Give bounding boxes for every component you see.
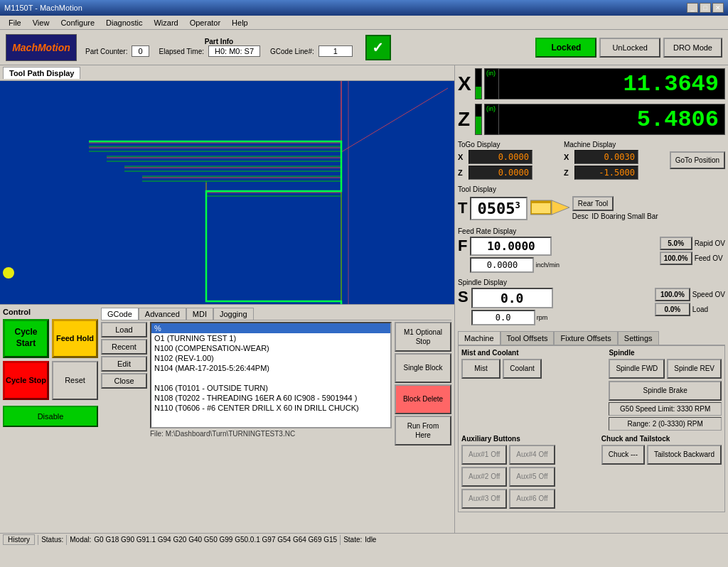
spindle-brake-button[interactable]: Spindle Brake [609, 381, 722, 401]
cycle-stop-button[interactable]: Cycle Stop [3, 361, 49, 400]
logo: MachMotion [6, 34, 77, 61]
aux5-button[interactable]: Aux#5 Off [509, 467, 555, 487]
tab-tool-path[interactable]: Tool Path Display [3, 67, 80, 79]
run-from-here-button[interactable]: Run From Here [395, 416, 451, 446]
list-item[interactable]: N106 (T0101 - OUTSIDE TURN) [151, 383, 390, 393]
list-item[interactable]: N102 (REV-1.00) [151, 353, 390, 363]
chuck-tailstock-group: Chuck and Tailstock Chuck --- Tailstock … [601, 435, 722, 509]
reset-button[interactable]: Reset [52, 361, 98, 400]
rear-tool-button[interactable]: Rear Tool [572, 196, 614, 211]
gcode-listbox[interactable]: % O1 (TURNING TEST 1) N100 (COMPENSATION… [150, 322, 392, 428]
tool-display-section: Tool Display T 05053 Rear Tool [458, 185, 725, 222]
spindle-s-label: S [458, 288, 469, 306]
list-item[interactable] [151, 373, 390, 383]
machine-display-title: Machine Display [564, 141, 665, 148]
mist-coolant-group: Mist and Coolant Mist Coolant [461, 349, 542, 432]
mist-coolant-buttons: Mist Coolant [461, 359, 542, 379]
chuck-button[interactable]: Chuck --- [601, 445, 645, 465]
coolant-button[interactable]: Coolant [503, 359, 542, 379]
block-delete-button[interactable]: Block Delete [395, 384, 451, 414]
spindle-display-section: Spindle Display S 0.0 0.0 rpm 100.0% Spe… [458, 279, 725, 325]
mist-button[interactable]: Mist [461, 359, 500, 379]
feed-hold-button[interactable]: Feed Hold [52, 319, 98, 358]
g50-speed-limit: G50 Speed Limit: 3330 RPM [609, 402, 722, 416]
tab-gcode[interactable]: GCode [101, 308, 139, 320]
tool-value: 05053 [470, 197, 527, 220]
gcode-list-container: % O1 (TURNING TEST 1) N100 (COMPENSATION… [150, 322, 392, 446]
spindle-sub-row: 0.0 rpm [471, 310, 553, 325]
btabs-header: Machine Tool Offsets Fixture Offsets Set… [458, 331, 725, 345]
feed-rate-section: Feed Rate Display F 10.0000 0.0000 inch/… [458, 227, 725, 273]
spindle-rev-button[interactable]: Spindle REV [667, 359, 722, 379]
tab-tool-offsets[interactable]: Tool Offsets [500, 331, 555, 345]
tab-fixture-offsets[interactable]: Fixture Offsets [554, 331, 617, 345]
tab-jogging[interactable]: Jogging [213, 308, 254, 320]
load-button[interactable]: 0.0% [655, 303, 690, 316]
tab-settings[interactable]: Settings [618, 331, 659, 345]
status-label: Status: [41, 536, 63, 544]
menu-configure[interactable]: Configure [55, 17, 100, 28]
state-value: Idle [365, 536, 376, 544]
m1-optional-stop-button[interactable]: M1 Optional Stop [395, 322, 451, 352]
control-column: Control Cycle Start Feed Hold Cycle Stop… [3, 308, 98, 432]
menu-diagnostic[interactable]: Diagnostic [100, 17, 148, 28]
speed-ov-button[interactable]: 100.0% [655, 288, 690, 301]
z-unit: (in) [484, 104, 498, 135]
close-button[interactable]: ✕ [712, 3, 724, 13]
list-item[interactable]: N108 (T0202 - THREADING 16ER A 60 IC908 … [151, 393, 390, 403]
tab-mdi[interactable]: MDI [186, 308, 213, 320]
close-button[interactable]: Close [101, 373, 147, 389]
x-unit: (in) [484, 68, 498, 99]
list-item[interactable]: N110 (T0606 - #6 CENTER DRILL X 60 IN DR… [151, 403, 390, 413]
dro-mode-button[interactable]: DRO Mode [663, 38, 722, 58]
list-item[interactable]: N104 (MAR-17-2015-5:26:44PM) [151, 363, 390, 373]
machine-z-label: Z [564, 168, 572, 177]
menu-file[interactable]: File [3, 17, 27, 28]
gcode-right-buttons: M1 Optional Stop Single Block Block Dele… [395, 322, 451, 446]
right-panel: X (in) 11.3649 Z (in) 5.4806 ToGo Displa… [455, 65, 728, 533]
x-dro-value: 11.3649 [498, 68, 725, 99]
spindle-main-row: S 0.0 0.0 rpm 100.0% Speed OV 0.0% L [458, 288, 725, 325]
menu-wizard[interactable]: Wizard [148, 17, 183, 28]
aux6-button[interactable]: Aux#6 Off [509, 489, 555, 509]
status-bar: History Status: Modal: G0 G18 G90 G91.1 … [0, 533, 728, 546]
menu-operator[interactable]: Operator [184, 17, 226, 28]
cycle-start-button[interactable]: Cycle Start [3, 319, 49, 358]
tab-advanced[interactable]: Advanced [139, 308, 186, 320]
menu-help[interactable]: Help [226, 17, 254, 28]
list-item[interactable]: N100 (COMPENSATION-WEAR) [151, 343, 390, 353]
single-block-button[interactable]: Single Block [395, 353, 451, 383]
feed-unit: inch/min [535, 261, 560, 269]
list-item[interactable]: O1 (TURNING TEST 1) [151, 333, 390, 343]
tab-machine[interactable]: Machine [458, 331, 500, 345]
tab-header: Tool Path Display [0, 65, 454, 81]
rapid-ov-row: 5.0% Rapid OV [660, 237, 725, 250]
tool-desc-group: Rear Tool Desc ID Boaring Small Bar [572, 196, 725, 220]
disable-button[interactable]: Disable [3, 406, 98, 427]
aux2-button[interactable]: Aux#2 Off [461, 467, 507, 487]
aux3-button[interactable]: Aux#3 Off [461, 489, 507, 509]
secondary-ctrl-row: Cycle Stop Reset [3, 361, 98, 400]
locked-button[interactable]: Locked [535, 38, 596, 58]
spindle-unit: rpm [537, 314, 548, 321]
tailstock-button[interactable]: Tailstock Backward [647, 445, 722, 465]
list-item[interactable]: % [151, 323, 390, 333]
elapsed-value: H0: M0: S7 [208, 45, 260, 57]
minimize-button[interactable]: _ [687, 3, 698, 13]
load-button[interactable]: Load [101, 322, 147, 338]
status-sep-3 [340, 535, 341, 545]
menu-view[interactable]: View [27, 17, 55, 28]
spindle-fwd-button[interactable]: Spindle FWD [609, 359, 665, 379]
feed-ov-button[interactable]: 100.0% [660, 252, 692, 265]
edit-button[interactable]: Edit [101, 356, 147, 372]
confirm-button[interactable]: ✓ [365, 35, 391, 60]
rapid-ov-button[interactable]: 5.0% [660, 237, 692, 250]
unlocked-button[interactable]: UnLocked [599, 38, 660, 58]
maximize-button[interactable]: □ [700, 3, 711, 13]
goto-position-button[interactable]: GoTo Position [670, 151, 725, 169]
aux1-button[interactable]: Aux#1 Off [461, 445, 507, 465]
aux4-button[interactable]: Aux#4 Off [509, 445, 555, 465]
recent-button[interactable]: Recent [101, 339, 147, 355]
z-bar-fill [476, 117, 481, 134]
history-tab[interactable]: History [3, 534, 35, 545]
